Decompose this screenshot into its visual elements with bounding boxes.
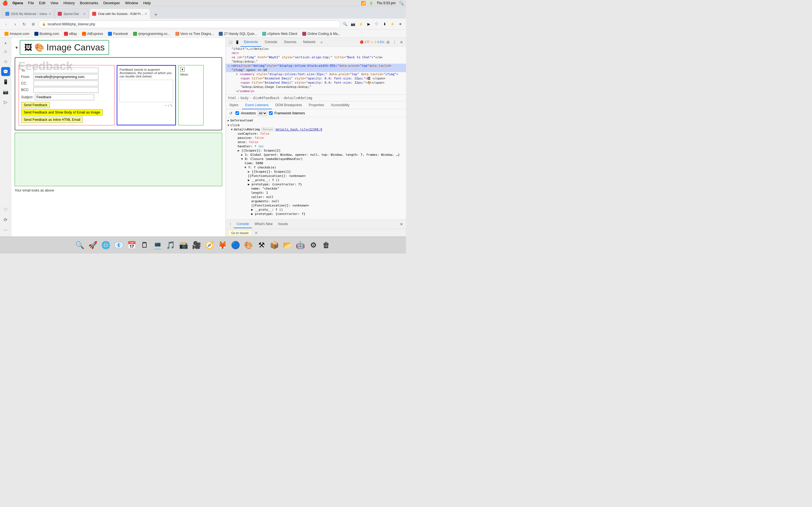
sidebar-icon-star[interactable]: ☆ — [1, 57, 10, 66]
menu-help[interactable]: Help — [141, 1, 153, 5]
menu-edit[interactable]: Edit — [37, 1, 48, 5]
devtools-tab-more[interactable]: » — [319, 38, 324, 47]
ancestors-checkbox[interactable] — [236, 111, 239, 115]
devtools-options-button[interactable]: ⋮ — [391, 39, 398, 46]
sidebar-icon-history[interactable]: ⟳ — [1, 215, 10, 224]
download-button[interactable]: ⬇ — [381, 21, 388, 27]
html-line-10[interactable]: </summary> — [226, 89, 406, 93]
devtools-inspect-button[interactable]: ⬜ — [227, 39, 234, 46]
dock-gimp[interactable]: 🎨 — [242, 239, 255, 251]
battery-saver-button[interactable]: ⚡ — [389, 21, 396, 27]
subject-input[interactable] — [35, 94, 94, 100]
el-prototype[interactable]: ▶ prototype: {constructor: f} — [238, 182, 404, 186]
bookmark-facebook[interactable]: Facebook — [106, 31, 130, 36]
dock-finder[interactable]: 🔍 — [73, 239, 86, 251]
menu-window[interactable]: Window — [123, 1, 140, 5]
forward-button[interactable]: › — [11, 20, 19, 28]
bookmark-online[interactable]: Online Coding & Ma... — [300, 31, 343, 36]
el-scopes1-row[interactable]: ▶ [[Scopes]]: Scopes[1] — [238, 170, 404, 174]
dock-notes[interactable]: 🗒 — [139, 239, 151, 251]
breadcrumb-html[interactable]: html — [228, 96, 236, 100]
devtools-bottom-options[interactable]: ⋮ — [227, 221, 234, 228]
panel-tab-dom-breakpoints[interactable]: DOM Breakpoints — [272, 101, 305, 109]
devtools-bottom-close[interactable]: ✕ — [398, 221, 405, 228]
tab-chat[interactable]: Chat with No Sockets - RJM Pr... × — [89, 8, 150, 18]
el-scope-1[interactable]: ▶ 1: Global {parent: Window, opener: nul… — [238, 153, 404, 157]
bookmark-venn[interactable]: Venn vs Tree Diagra... — [173, 31, 216, 36]
html-line-9[interactable]: "&nbsp;&nbsp;Image Canvas&nbsp;&nbsp;" — [226, 85, 406, 89]
menu-button[interactable]: ≡ — [397, 21, 404, 27]
feedback-textarea[interactable] — [119, 80, 173, 102]
panel-tab-styles[interactable]: Styles — [226, 101, 242, 109]
view-tabs-button[interactable]: ⊞ — [29, 20, 37, 28]
html-line-4[interactable]: "&nbsp;&nbsp;" — [226, 59, 406, 64]
breadcrumb-details[interactable]: details#detimg — [284, 96, 312, 100]
dock-system-prefs[interactable]: ⚙ — [307, 239, 319, 251]
ideas-dropdown-button[interactable]: ▼ — [180, 67, 185, 71]
html-line-6[interactable]: ▼ <summary style="display:inline;font-si… — [226, 72, 406, 76]
tab-close-speeddial[interactable]: × — [83, 11, 86, 16]
dock-video[interactable]: 🎥 — [190, 239, 203, 251]
dock-chrome[interactable]: 🔵 — [229, 239, 242, 251]
heart-button[interactable]: ♡ — [373, 21, 380, 27]
dock-virtualbox[interactable]: 📦 — [268, 239, 281, 251]
resize-handle[interactable]: ↔↕⤡ — [119, 103, 173, 108]
search-icon[interactable]: 🔍 — [399, 1, 404, 5]
sidebar-icon-instagram[interactable]: 📷 — [1, 87, 10, 96]
dock-launchpad[interactable]: 🚀 — [87, 239, 99, 251]
sidebar-icon-heart[interactable]: ♡ — [1, 205, 10, 214]
sidebar-icon-home[interactable]: ⌂ — [1, 47, 10, 56]
dock-calendar[interactable]: 📅 — [125, 239, 138, 251]
el-scopes-row[interactable]: ▶ [[Scopes]]: Scopes[2] — [238, 149, 404, 153]
dock-filezilla[interactable]: 📂 — [281, 239, 294, 251]
sidebar-icon-messages[interactable]: 💬 — [1, 67, 10, 76]
sidebar-scroll-up[interactable]: ▲ — [1, 40, 10, 46]
bookmark-aliexpress[interactable]: AliExpress — [80, 31, 105, 36]
flow-button[interactable]: ⚡ — [357, 21, 364, 27]
from-input[interactable] — [34, 74, 98, 80]
search-page-button[interactable]: 🔍 — [342, 21, 349, 27]
dismiss-issues-button[interactable]: ✕ — [253, 230, 259, 236]
snap-button[interactable]: 📷 — [350, 21, 356, 27]
tab-close-chat[interactable]: × — [145, 11, 147, 16]
dock-safari[interactable]: 🧭 — [203, 239, 216, 251]
dock-laptop[interactable]: 💻 — [151, 239, 164, 251]
bookmark-sql[interactable]: 27 Handy SQL Quer... — [216, 31, 259, 36]
dock-firefox[interactable]: 🦊 — [216, 239, 229, 251]
html-line-3[interactable]: <a id="ifimg" href="#myh1" style="vertic… — [226, 55, 406, 59]
breadcrumb-body[interactable]: body — [241, 96, 249, 100]
el-f-row[interactable]: ▼ f: f checkds(e) — [238, 165, 404, 170]
apple-menu[interactable]: 🍎 — [2, 0, 8, 6]
bookmark-ebay[interactable]: eBay — [62, 31, 79, 36]
address-bar[interactable]: 🔒 localhost:8888/php_listener.php — [38, 20, 341, 28]
menu-history[interactable]: History — [61, 1, 77, 5]
ancestors-dropdown[interactable]: All — [257, 110, 267, 116]
menu-bookmarks[interactable]: Bookmarks — [78, 1, 100, 5]
panel-tab-properties[interactable]: Properties — [305, 101, 327, 109]
send-feedback-inline-button[interactable]: Send Feedback as Inline HTML Email — [21, 117, 83, 123]
bookmark-booking[interactable]: Booking.com — [32, 31, 61, 36]
devtools-device-button[interactable]: 📱 — [234, 39, 241, 46]
html-line-7[interactable]: <span title="Animated Emoji" style="opac… — [226, 76, 406, 80]
sidebar-icon-send[interactable]: ▷ — [1, 98, 10, 107]
bookmark-rjm[interactable]: rjmprogramming.co... — [131, 31, 172, 36]
el-scope-0[interactable]: ▼ 0: Closure (makeDelayedHandler) — [238, 157, 404, 161]
goto-issues-button[interactable]: Go to Issues — [228, 230, 252, 236]
menu-view[interactable]: View — [48, 1, 61, 5]
el-remove-button[interactable]: Remove — [261, 128, 274, 131]
menu-file[interactable]: File — [26, 1, 36, 5]
bcc-input[interactable] — [34, 87, 98, 93]
el-click-selector-row[interactable]: ▼ details#detimg Remove details_hash.js?… — [231, 127, 404, 131]
html-line-5b[interactable]: "ifimg" open> == $0 — [226, 68, 406, 72]
framework-checkbox[interactable] — [269, 111, 273, 115]
collapse-arrow[interactable]: ▼ — [15, 45, 18, 50]
panel-tab-event-listeners[interactable]: Event Listeners — [242, 101, 272, 109]
devtools-toggle-button[interactable]: ▶ — [365, 21, 372, 27]
tab-speeddial[interactable]: Speed Dial × — [55, 8, 89, 18]
reload-button[interactable]: ↻ — [20, 20, 28, 28]
menu-opera[interactable]: Opera — [10, 1, 26, 5]
devtools-settings-button[interactable]: ⚙ — [385, 39, 391, 46]
panel-tab-accessibility[interactable]: Accessibility — [327, 101, 353, 109]
send-feedback-button[interactable]: Send Feedback — [21, 102, 50, 108]
el-proto2[interactable]: ▶ __proto__: f () — [238, 208, 404, 212]
